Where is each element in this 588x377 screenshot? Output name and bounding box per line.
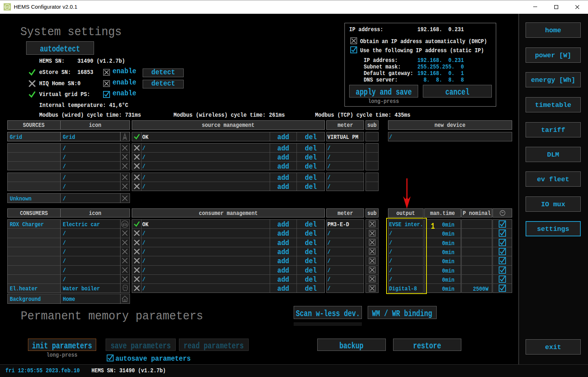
svg-text:MS: MS <box>5 5 9 9</box>
